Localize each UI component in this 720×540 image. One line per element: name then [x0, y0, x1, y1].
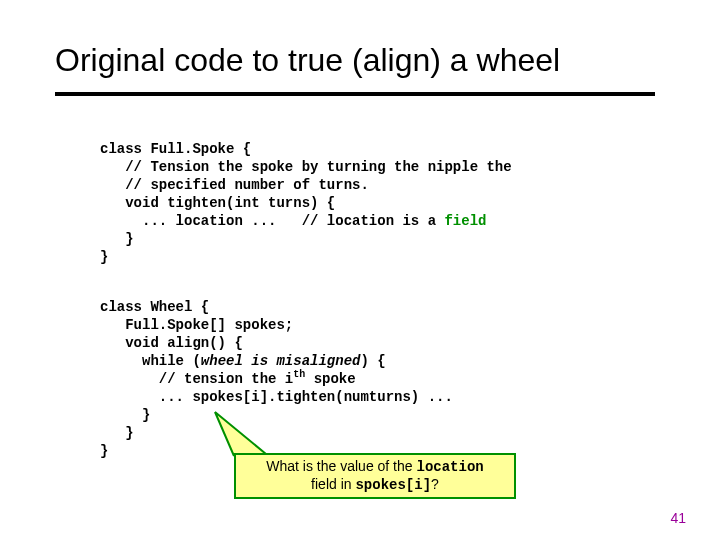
code-line: // Tension the spoke by turning the nipp… [100, 159, 512, 175]
code-line: } [100, 425, 134, 441]
code-line: // tension the ith spoke [100, 371, 356, 387]
code-line: void tighten(int turns) { [100, 195, 335, 211]
keyword-field: field [444, 213, 486, 229]
code-line: while (wheel is misaligned) { [100, 353, 386, 369]
code-line: // specified number of turns. [100, 177, 369, 193]
italic-span: wheel is misaligned [201, 353, 361, 369]
sup-th: th [293, 369, 305, 380]
callout-text: What is the value of the location field … [266, 458, 483, 494]
code-line: } [100, 407, 150, 423]
callout-mono-location: location [416, 459, 483, 475]
code-line: class Wheel { [100, 299, 209, 315]
code-line: } [100, 249, 108, 265]
code-line: ... spokes[i].tighten(numturns) ... [100, 389, 453, 405]
slide-number: 41 [670, 510, 686, 526]
code-block-fullspoke: class Full.Spoke { // Tension the spoke … [100, 140, 512, 266]
code-line: class Full.Spoke { [100, 141, 251, 157]
code-line: } [100, 231, 134, 247]
code-line: void align() { [100, 335, 243, 351]
callout-tail-icon [211, 408, 281, 458]
callout-mono-spokes: spokes[i] [355, 477, 431, 493]
callout-box: What is the value of the location field … [234, 453, 516, 499]
code-line: Full.Spoke[] spokes; [100, 317, 293, 333]
title-underline [55, 92, 655, 96]
code-line: ... location ... // location is a field [100, 213, 486, 229]
code-line: } [100, 443, 108, 459]
page-title: Original code to true (align) a wheel [55, 42, 560, 79]
